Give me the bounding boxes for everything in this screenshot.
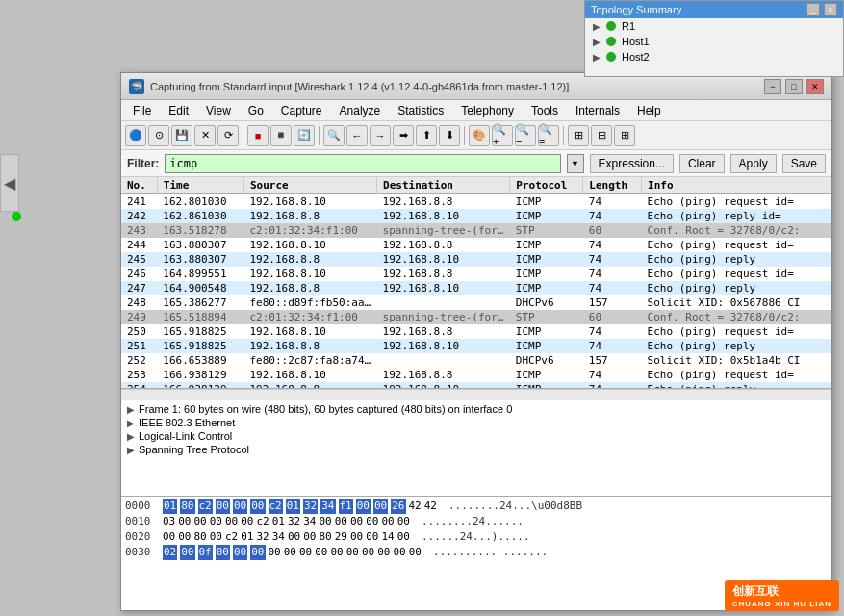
toolbar-prev-btn[interactable]: ⬆	[416, 125, 437, 146]
maximize-button[interactable]: □	[785, 79, 803, 94]
hex-byte: 00	[362, 545, 374, 560]
table-cell: 252	[121, 353, 157, 368]
table-row[interactable]: 250165.918825192.168.8.10192.168.8.8ICMP…	[121, 324, 831, 339]
table-cell: 192.168.8.8	[377, 194, 510, 210]
table-cell: ICMP	[510, 194, 583, 210]
expression-button[interactable]: Expression...	[590, 154, 674, 173]
expand-icon-llc: ▶	[127, 431, 135, 442]
table-row[interactable]: 243163.518278c2:01:32:34:f1:00spanning-t…	[121, 223, 831, 238]
table-cell: 192.168.8.8	[377, 324, 510, 339]
table-cell: 192.168.8.10	[377, 382, 510, 389]
expand-arrow-icon: ▶	[593, 21, 601, 32]
table-row[interactable]: 251165.918825192.168.8.8192.168.8.10ICMP…	[121, 339, 831, 353]
table-cell: 254	[121, 382, 157, 389]
hex-bytes-group: 02000f00000000000000000000000000	[163, 545, 422, 560]
menu-help[interactable]: Help	[629, 102, 669, 119]
topology-close-btn[interactable]: ×	[824, 3, 837, 16]
filter-input[interactable]	[165, 154, 560, 173]
table-row[interactable]: 246164.899551192.168.8.10192.168.8.8ICMP…	[121, 267, 831, 281]
topology-item-host2[interactable]: ▶ Host2	[585, 49, 843, 64]
table-row[interactable]: 254166.938129192.168.8.8192.168.8.10ICMP…	[121, 382, 831, 389]
hex-byte: 00	[335, 514, 347, 529]
table-row[interactable]: 245163.880307192.168.8.8192.168.8.10ICMP…	[121, 252, 831, 267]
toolbar-forward-btn[interactable]: →	[370, 125, 391, 146]
toolbar-reload-btn[interactable]: ⟳	[217, 125, 239, 146]
save-button[interactable]: Save	[782, 154, 826, 173]
table-row[interactable]: 247164.900548192.168.8.8192.168.8.10ICMP…	[121, 281, 831, 295]
title-controls: − □ ✕	[764, 79, 824, 94]
close-button[interactable]: ✕	[806, 79, 824, 94]
filter-dropdown-btn[interactable]: ▼	[567, 154, 584, 173]
toolbar-collapse-all-btn[interactable]: ⊞	[614, 125, 635, 146]
menu-go[interactable]: Go	[241, 102, 271, 119]
detail-row-frame[interactable]: ▶ Frame 1: 60 bytes on wire (480 bits), …	[125, 402, 828, 416]
hex-byte: 01	[272, 514, 285, 529]
table-cell: Echo (ping) reply	[642, 382, 831, 389]
table-row[interactable]: 248165.386277fe80::d89f:fb50:aaeff02::1:…	[121, 295, 831, 310]
menu-tools[interactable]: Tools	[524, 102, 566, 119]
table-row[interactable]: 241162.801030192.168.8.10192.168.8.8ICMP…	[121, 194, 831, 210]
toolbar-next-btn[interactable]: ⬇	[439, 125, 460, 146]
toolbar-back-btn[interactable]: ←	[346, 125, 368, 146]
table-cell: 192.168.8.8	[377, 368, 510, 382]
detail-row-stp[interactable]: ▶ Spanning Tree Protocol	[125, 443, 828, 456]
detail-llc-label: Logical-Link Control	[139, 430, 232, 442]
menu-internals[interactable]: Internals	[568, 102, 627, 119]
minimize-button[interactable]: −	[764, 79, 781, 94]
topology-item-host1[interactable]: ▶ Host1	[585, 34, 843, 49]
table-cell: Echo (ping) reply id=	[642, 209, 831, 223]
table-cell: Echo (ping) request id=	[642, 324, 831, 339]
table-cell: c2:01:32:34:f1:00	[243, 223, 376, 238]
sidebar-collapse-arrow[interactable]: ◀	[0, 154, 19, 212]
table-row[interactable]: 252166.653889fe80::2c87:fa8:a74bff02::1:…	[121, 353, 831, 368]
detail-ethernet-label: IEEE 802.3 Ethernet	[139, 417, 235, 428]
toolbar-open-btn[interactable]: ⊙	[148, 125, 169, 146]
table-row[interactable]: 242162.861030192.168.8.8192.168.8.10ICMP…	[121, 209, 831, 223]
toolbar-filter-btn[interactable]: 🔍	[323, 125, 345, 146]
menu-file[interactable]: File	[125, 102, 159, 119]
toolbar-zoom-out-btn[interactable]: 🔍−	[515, 125, 536, 146]
table-row[interactable]: 244163.880307192.168.8.10192.168.8.8ICMP…	[121, 238, 831, 252]
menu-telephony[interactable]: Telephony	[453, 102, 522, 119]
table-cell: ICMP	[510, 281, 583, 295]
topology-minimize-btn[interactable]: _	[806, 3, 820, 16]
menu-capture[interactable]: Capture	[273, 102, 330, 119]
table-cell: 74	[583, 194, 642, 210]
table-cell: 192.168.8.8	[243, 339, 376, 353]
toolbar-stop-btn[interactable]: ◾	[270, 125, 292, 146]
hex-byte: 00	[233, 499, 247, 514]
toolbar-zoom-in-btn[interactable]: 🔍+	[492, 125, 513, 146]
menu-statistics[interactable]: Statistics	[390, 102, 451, 119]
watermark: 创新互联 CHUANG XIN HU LIAN	[725, 580, 839, 611]
toolbar-start-btn[interactable]: ■	[247, 125, 269, 146]
packet-table: No. Time Source Destination Protocol Len…	[121, 177, 831, 389]
menu-view[interactable]: View	[198, 102, 239, 119]
topology-item-r1[interactable]: ▶ R1	[585, 18, 843, 34]
packet-list-container[interactable]: No. Time Source Destination Protocol Len…	[121, 177, 831, 389]
host1-status-dot	[606, 37, 616, 46]
packet-table-header: No. Time Source Destination Protocol Len…	[121, 177, 831, 194]
table-row[interactable]: 253166.938129192.168.8.10192.168.8.8ICMP…	[121, 368, 831, 382]
apply-button[interactable]: Apply	[730, 154, 777, 173]
detail-row-ethernet[interactable]: ▶ IEEE 802.3 Ethernet	[125, 416, 828, 429]
toolbar-colorize-btn[interactable]: 🎨	[469, 125, 490, 146]
clear-button[interactable]: Clear	[679, 154, 725, 173]
table-row[interactable]: 249165.518894c2:01:32:34:f1:00spanning-t…	[121, 310, 831, 324]
toolbar-save-btn[interactable]: 💾	[171, 125, 192, 146]
toolbar-close-btn[interactable]: ✕	[194, 125, 216, 146]
packet-detail: ▶ Frame 1: 60 bytes on wire (480 bits), …	[121, 400, 831, 497]
table-cell: 74	[583, 209, 642, 223]
toolbar-restart-btn[interactable]: 🔄	[294, 125, 315, 146]
table-cell: 157	[583, 353, 642, 368]
toolbar-resize-cols-btn[interactable]: ⊞	[568, 125, 589, 146]
menu-edit[interactable]: Edit	[161, 102, 196, 119]
detail-row-llc[interactable]: ▶ Logical-Link Control	[125, 429, 828, 443]
menu-analyze[interactable]: Analyze	[332, 102, 389, 119]
toolbar-new-btn[interactable]: 🔵	[125, 125, 146, 146]
hex-byte: 00	[210, 514, 222, 529]
hex-byte: 00	[303, 529, 316, 545]
toolbar-goto-btn[interactable]: ➡	[393, 125, 414, 146]
horizontal-scrollbar[interactable]	[121, 389, 831, 400]
toolbar-zoom-reset-btn[interactable]: 🔍=	[538, 125, 559, 146]
toolbar-expand-all-btn[interactable]: ⊟	[591, 125, 612, 146]
